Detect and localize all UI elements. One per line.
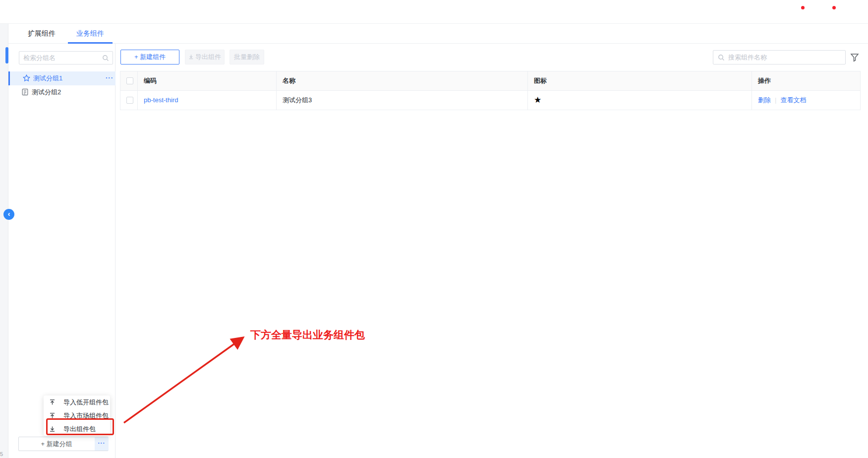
table-header-name: 名称 (277, 71, 528, 91)
menu-item-export-package[interactable]: 导出组件包 (44, 422, 110, 436)
row-checkbox[interactable] (126, 97, 133, 104)
batch-delete-button[interactable]: 批量删除 (230, 50, 264, 65)
tab-extension-components[interactable]: 扩展组件 (20, 24, 63, 44)
filter-icon[interactable] (849, 52, 861, 64)
search-icon (102, 55, 109, 62)
collapsed-nav-strip (0, 24, 8, 458)
table-row-checkbox-cell (120, 91, 138, 110)
group-label: 测试分组1 (33, 71, 62, 85)
menu-item-label: 导入低开组件包 (63, 395, 109, 409)
table-cell-icon: ★ (528, 91, 752, 110)
export-label: 导出组件 (195, 53, 221, 61)
group-more-button[interactable]: ··· (103, 71, 116, 85)
menu-item-import-market-package[interactable]: 导入市场组件包 (44, 409, 110, 422)
group-label: 测试分组2 (32, 85, 61, 99)
export-component-button[interactable]: 导出组件 (185, 50, 225, 65)
upload-icon (49, 412, 56, 419)
download-icon (188, 54, 194, 60)
table-header-checkbox-cell (120, 71, 138, 91)
upload-icon (49, 399, 56, 405)
component-search-input[interactable] (728, 51, 837, 64)
download-icon (49, 426, 56, 432)
view-doc-action-link[interactable]: 查看文档 (780, 96, 806, 104)
compose-badge (801, 6, 805, 9)
new-group-button[interactable]: + 新建分组 (19, 437, 94, 451)
new-component-button[interactable]: + 新建组件 (120, 50, 179, 65)
table-cell-code: pb-test-third (138, 91, 277, 110)
tab-business-components[interactable]: 业务组件 (68, 24, 113, 44)
table-header-actions: 操作 (752, 71, 861, 91)
menu-item-label: 导出组件包 (63, 422, 96, 436)
delete-action-link[interactable]: 删除 (758, 96, 771, 104)
menu-item-import-lowcode-package[interactable]: 导入低开组件包 (44, 395, 110, 409)
table-cell-name: 测试分组3 (277, 91, 528, 110)
component-search-box (713, 50, 846, 65)
bell-badge (832, 6, 836, 9)
tab-bar (0, 24, 868, 44)
app-header (0, 0, 868, 24)
table-cell-actions: 删除|查看文档 (752, 91, 861, 110)
select-all-checkbox[interactable] (126, 77, 133, 84)
group-search-box (19, 51, 113, 65)
document-icon (21, 88, 29, 96)
sidebar-collapse-button[interactable]: ‹ (3, 209, 14, 220)
action-separator: | (771, 96, 780, 104)
group-search-input[interactable] (23, 52, 98, 64)
group-actions-popup: 导入低开组件包 导入市场组件包 导出组件包 (44, 395, 110, 436)
table-header-icon: 图标 (528, 71, 752, 91)
search-icon (718, 54, 725, 61)
new-group-button-wrap: + 新建分组 ··· (18, 437, 109, 451)
component-code-link[interactable]: pb-test-third (144, 96, 178, 104)
corner-artifact: 5 (0, 451, 3, 457)
annotation-arrow (118, 328, 252, 428)
new-group-label: 新建分组 (47, 440, 72, 448)
table-header-code: 编码 (138, 71, 277, 91)
star-icon: ★ (534, 95, 541, 105)
sidebar-item-group1[interactable]: 测试分组1 ··· (8, 71, 116, 85)
sidebar-item-group2[interactable]: 测试分组2 (8, 85, 116, 99)
plus-icon: + (41, 440, 45, 448)
new-group-more-button[interactable]: ··· (95, 437, 109, 451)
annotation-text: 下方全量导出业务组件包 (250, 328, 365, 342)
menu-item-label: 导入市场组件包 (63, 409, 109, 422)
star-icon (23, 74, 30, 82)
